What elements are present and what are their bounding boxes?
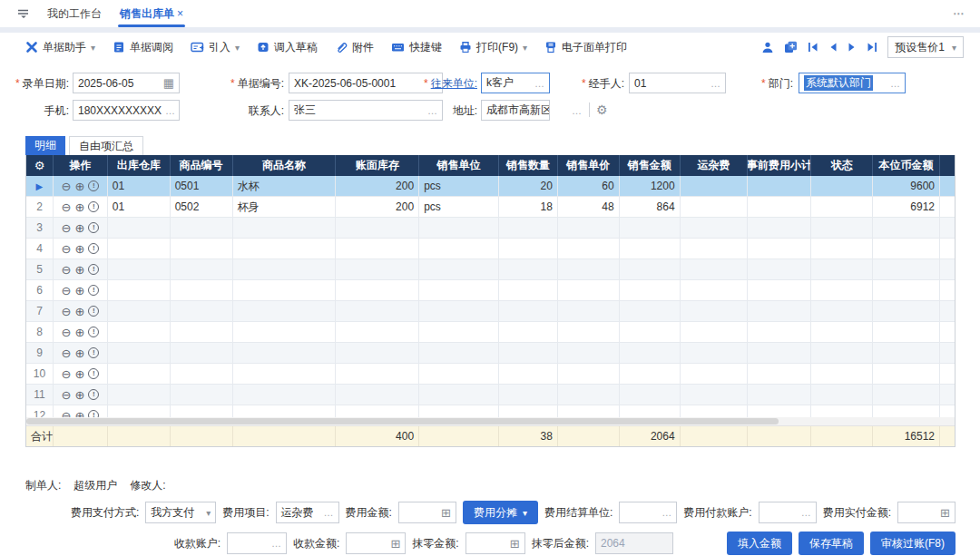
- row-remove-icon[interactable]: ⊖: [61, 285, 71, 297]
- table-row[interactable]: 9⊖⊕!: [26, 343, 955, 364]
- save-draft-button[interactable]: 保存草稿: [799, 532, 864, 555]
- table-row[interactable]: 4⊖⊕!: [26, 239, 955, 259]
- fee-pay-account-field[interactable]: …: [759, 502, 817, 523]
- lookup-ellipsis-icon[interactable]: …: [271, 538, 281, 549]
- tab-workbench[interactable]: 我的工作台: [38, 0, 111, 27]
- address-field[interactable]: 成都市高新区世...…: [481, 100, 550, 121]
- column-header-unit[interactable]: 销售单位: [419, 155, 499, 176]
- recv-account-field[interactable]: …: [227, 532, 287, 554]
- row-info-icon[interactable]: !: [88, 264, 99, 275]
- column-header-warehouse[interactable]: 出库仓库: [108, 155, 171, 176]
- table-row[interactable]: 2⊖⊕!010502杯身200pcs18488646912: [26, 197, 955, 218]
- row-remove-icon[interactable]: ⊖: [61, 306, 71, 317]
- partner-field[interactable]: k客户…: [481, 73, 550, 93]
- row-info-icon[interactable]: !: [88, 306, 99, 317]
- row-add-icon[interactable]: ⊕: [74, 327, 84, 338]
- row-add-icon[interactable]: ⊕: [74, 222, 84, 234]
- row-info-icon[interactable]: !: [88, 347, 99, 358]
- table-row[interactable]: 8⊖⊕!: [26, 322, 955, 343]
- amount-grid-icon[interactable]: ⊞: [390, 538, 400, 550]
- copy-document-icon[interactable]: [784, 41, 798, 54]
- row-remove-icon[interactable]: ⊖: [61, 327, 71, 338]
- round-amount-field[interactable]: ⊞: [466, 532, 525, 554]
- column-header-base[interactable]: 本位币金额: [873, 155, 940, 176]
- table-row[interactable]: 10⊖⊕!: [26, 364, 955, 385]
- calendar-icon[interactable]: ▦: [163, 77, 174, 89]
- fee-share-button[interactable]: 费用分摊▾: [463, 501, 538, 524]
- amount-grid-icon[interactable]: ⊞: [510, 538, 520, 550]
- doc-assistant-button[interactable]: 单据助手▾: [25, 40, 95, 55]
- fill-amount-button[interactable]: 填入金额: [727, 532, 792, 555]
- lookup-ellipsis-icon[interactable]: …: [534, 78, 544, 89]
- row-remove-icon[interactable]: ⊖: [61, 243, 71, 255]
- department-field[interactable]: 系统默认部门…: [799, 73, 906, 93]
- table-row[interactable]: ▶⊖⊕!010501水杯200pcs206012009600: [26, 176, 955, 197]
- table-row[interactable]: 11⊖⊕!: [26, 385, 955, 405]
- row-add-icon[interactable]: ⊕: [74, 180, 84, 192]
- doc-review-button[interactable]: 单据调阅: [113, 40, 173, 55]
- grid-settings-gear-icon[interactable]: ⚙: [26, 155, 54, 176]
- last-record-icon[interactable]: [867, 42, 877, 53]
- mobile-field[interactable]: 180XXXXXXXXX…: [73, 100, 180, 121]
- tab-sales-outbound[interactable]: 销售出库单×: [111, 0, 192, 27]
- recv-amount-field[interactable]: ⊞: [346, 532, 406, 554]
- column-header-code[interactable]: 商品编号: [171, 155, 233, 176]
- column-header-freight[interactable]: 运杂费: [681, 155, 749, 176]
- hotkey-button[interactable]: 快捷键: [391, 40, 442, 55]
- table-row[interactable]: 7⊖⊕!: [26, 301, 955, 322]
- row-info-icon[interactable]: !: [88, 201, 99, 212]
- import-button[interactable]: 引入▾: [191, 40, 240, 55]
- column-header-price[interactable]: 销售单价: [558, 155, 620, 176]
- load-draft-button[interactable]: 调入草稿: [257, 40, 318, 55]
- table-row[interactable]: 6⊖⊕!: [26, 280, 955, 301]
- column-header-qty[interactable]: 销售数量: [499, 155, 558, 176]
- row-remove-icon[interactable]: ⊖: [61, 201, 71, 213]
- lookup-ellipsis-icon[interactable]: …: [324, 507, 334, 518]
- lookup-ellipsis-icon[interactable]: …: [801, 507, 811, 518]
- tab-close-icon[interactable]: ×: [177, 7, 183, 20]
- lookup-ellipsis-icon[interactable]: …: [890, 78, 900, 89]
- row-info-icon[interactable]: !: [88, 327, 99, 337]
- row-add-icon[interactable]: ⊕: [74, 264, 84, 276]
- column-header-amount[interactable]: 销售金额: [620, 155, 681, 176]
- row-add-icon[interactable]: ⊕: [74, 285, 84, 297]
- first-record-icon[interactable]: [808, 42, 818, 53]
- lookup-ellipsis-icon[interactable]: …: [662, 507, 671, 518]
- row-add-icon[interactable]: ⊕: [74, 306, 84, 317]
- attachment-button[interactable]: 附件: [335, 40, 374, 55]
- fee-item-field[interactable]: 运杂费…: [276, 502, 339, 523]
- row-info-icon[interactable]: !: [88, 410, 99, 417]
- horizontal-scrollbar[interactable]: [26, 417, 955, 426]
- column-header-precost[interactable]: 事前费用小计: [748, 155, 811, 176]
- preset-price-select[interactable]: 预设售价1▾: [887, 36, 964, 58]
- row-info-icon[interactable]: !: [88, 243, 99, 254]
- column-header-status[interactable]: 状态: [811, 155, 873, 176]
- amount-grid-icon[interactable]: ⊞: [940, 507, 950, 519]
- row-info-icon[interactable]: !: [88, 180, 99, 191]
- audit-post-button[interactable]: 审核过账(F8): [870, 532, 956, 555]
- column-header-stock[interactable]: 账面库存: [336, 155, 419, 176]
- lookup-ellipsis-icon[interactable]: …: [710, 78, 720, 89]
- row-remove-icon[interactable]: ⊖: [61, 410, 71, 418]
- row-remove-icon[interactable]: ⊖: [61, 347, 71, 359]
- row-info-icon[interactable]: !: [88, 368, 99, 379]
- entry-date-field[interactable]: 2025-06-05▦: [73, 73, 180, 93]
- more-options-ellipsis-icon[interactable]: …: [572, 105, 582, 116]
- row-add-icon[interactable]: ⊕: [74, 410, 84, 418]
- tabbar-more-icon[interactable]: ⋯: [953, 7, 965, 20]
- row-remove-icon[interactable]: ⊖: [61, 180, 71, 192]
- table-row[interactable]: 12⊖⊕!: [26, 405, 955, 417]
- row-remove-icon[interactable]: ⊖: [61, 222, 71, 234]
- row-add-icon[interactable]: ⊕: [74, 368, 84, 380]
- waybill-print-button[interactable]: 电子面单打印: [544, 40, 627, 55]
- fee-amount-field[interactable]: ⊞: [398, 502, 456, 523]
- row-add-icon[interactable]: ⊕: [74, 389, 84, 401]
- row-remove-icon[interactable]: ⊖: [61, 264, 71, 276]
- fee-pay-method-select[interactable]: 我方支付▾: [145, 502, 216, 523]
- partner-link[interactable]: 往来单位:: [431, 77, 477, 90]
- row-remove-icon[interactable]: ⊖: [61, 368, 71, 380]
- tab-free-item-summary[interactable]: 自由项汇总: [69, 136, 143, 155]
- row-info-icon[interactable]: !: [88, 285, 99, 296]
- row-add-icon[interactable]: ⊕: [74, 243, 84, 255]
- row-add-icon[interactable]: ⊕: [74, 201, 84, 213]
